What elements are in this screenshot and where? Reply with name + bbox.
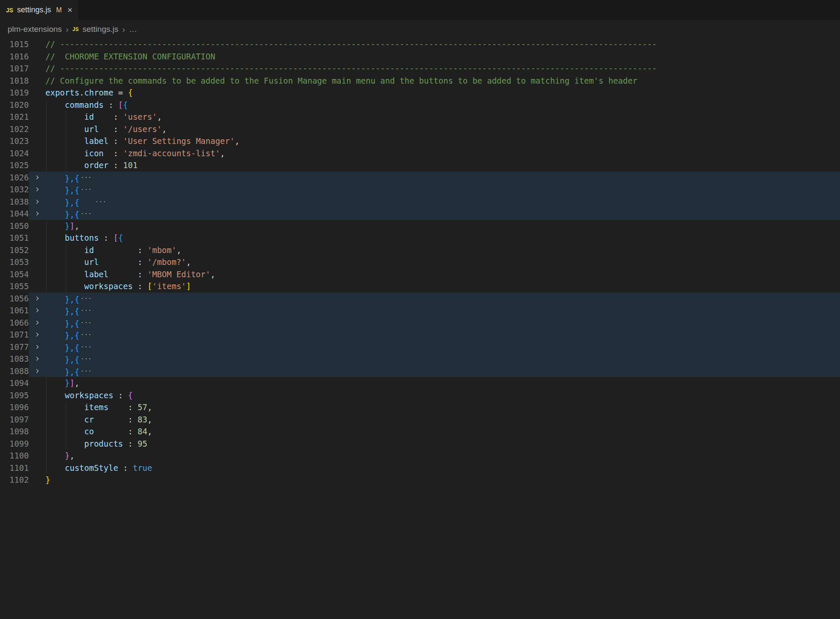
- line-number: 1016: [0, 51, 29, 63]
- code-line[interactable]: 1026 },{···: [0, 172, 840, 184]
- code-line[interactable]: 1056 },{···: [0, 293, 840, 305]
- fold-chevron-icon[interactable]: [29, 317, 45, 329]
- gutter-spacer: [29, 147, 45, 160]
- code-line[interactable]: 1024 icon : 'zmdi-accounts-list',: [0, 147, 840, 160]
- code-line[interactable]: 1015// ---------------------------------…: [0, 38, 840, 51]
- code-line[interactable]: 1038 },{ ···: [0, 196, 840, 208]
- code-line[interactable]: 1071 },{···: [0, 329, 840, 341]
- fold-chevron-icon[interactable]: [29, 196, 45, 208]
- code-text: id : 'mbom',: [45, 244, 840, 256]
- code-line[interactable]: 1083 },{···: [0, 353, 840, 365]
- gutter-spacer: [29, 462, 45, 474]
- code-line[interactable]: 1101 customStyle : true: [0, 462, 840, 474]
- code-line[interactable]: 1018// Configure the commands to be adde…: [0, 75, 840, 87]
- gutter-spacer: [29, 438, 45, 450]
- code-line[interactable]: 1088 },{···: [0, 365, 840, 377]
- gutter-spacer: [29, 474, 45, 486]
- code-text: // -------------------------------------…: [45, 38, 840, 51]
- code-text: },{···: [45, 329, 840, 341]
- gutter-spacer: [29, 377, 45, 389]
- line-number: 1055: [0, 280, 29, 293]
- line-number: 1077: [0, 341, 29, 353]
- close-icon[interactable]: ✕: [67, 6, 73, 14]
- js-file-icon: JS: [73, 26, 79, 32]
- code-line[interactable]: 1061 },{···: [0, 304, 840, 317]
- line-number: 1066: [0, 317, 29, 329]
- code-line[interactable]: 1044 },{···: [0, 208, 840, 220]
- code-line[interactable]: 1016// CHOROME EXTENSION CONFIGURATION: [0, 51, 840, 63]
- code-line[interactable]: 1077 },{···: [0, 341, 840, 353]
- code-text: label : 'MBOM Editor',: [45, 268, 840, 281]
- line-number: 1054: [0, 268, 29, 281]
- code-line[interactable]: 1020 commands : [{: [0, 99, 840, 111]
- line-number: 1023: [0, 135, 29, 147]
- code-line[interactable]: 1102}: [0, 474, 840, 486]
- line-number: 1061: [0, 304, 29, 317]
- indent-guide: [46, 99, 47, 474]
- tab-settings-js[interactable]: JS settings.js M ✕: [0, 0, 79, 20]
- code-line[interactable]: 1100 },: [0, 450, 840, 462]
- tab-bar: JS settings.js M ✕: [0, 0, 840, 20]
- code-line[interactable]: 1054 label : 'MBOM Editor',: [0, 268, 840, 281]
- code-line[interactable]: 1017// ---------------------------------…: [0, 62, 840, 75]
- gutter-spacer: [29, 62, 45, 75]
- code-line[interactable]: 1096 items : 57,: [0, 401, 840, 414]
- code-line[interactable]: 1053 url : '/mbom?',: [0, 256, 840, 268]
- code-text: },: [45, 450, 840, 462]
- gutter-spacer: [29, 51, 45, 63]
- line-number: 1022: [0, 123, 29, 135]
- code-line[interactable]: 1021 id : 'users',: [0, 111, 840, 123]
- code-line[interactable]: 1023 label : 'User Settings Manager',: [0, 135, 840, 147]
- code-line[interactable]: 1055 workspaces : ['items']: [0, 280, 840, 293]
- editor: 1015// ---------------------------------…: [0, 38, 840, 486]
- code-text: customStyle : true: [45, 462, 840, 474]
- code-line[interactable]: 1022 url : '/users',: [0, 123, 840, 135]
- code-line[interactable]: 1052 id : 'mbom',: [0, 244, 840, 256]
- code-line[interactable]: 1099 products : 95: [0, 438, 840, 450]
- line-number: 1071: [0, 329, 29, 341]
- fold-chevron-icon[interactable]: [29, 208, 45, 220]
- fold-chevron-icon[interactable]: [29, 183, 45, 196]
- fold-chevron-icon[interactable]: [29, 304, 45, 317]
- code-line[interactable]: 1019exports.chrome = {: [0, 87, 840, 99]
- code-line[interactable]: 1095 workspaces : {: [0, 389, 840, 402]
- code-text: },{···: [45, 353, 840, 365]
- code-line[interactable]: 1051 buttons : [{: [0, 232, 840, 244]
- code-line[interactable]: 1025 order : 101: [0, 159, 840, 172]
- code-text: },{···: [45, 317, 840, 329]
- code-line[interactable]: 1094 }],: [0, 377, 840, 389]
- code-text: items : 57,: [45, 401, 840, 414]
- fold-chevron-icon[interactable]: [29, 172, 45, 184]
- line-number: 1015: [0, 38, 29, 51]
- fold-chevron-icon[interactable]: [29, 293, 45, 305]
- gutter-spacer: [29, 425, 45, 438]
- code-text: },{···: [45, 208, 840, 220]
- gutter-spacer: [29, 389, 45, 402]
- code-line[interactable]: 1066 },{···: [0, 317, 840, 329]
- code-text: },{···: [45, 341, 840, 353]
- code-line[interactable]: 1098 co : 84,: [0, 425, 840, 438]
- fold-chevron-icon[interactable]: [29, 365, 45, 377]
- code-line[interactable]: 1032 },{···: [0, 183, 840, 196]
- line-number: 1052: [0, 244, 29, 256]
- code-line[interactable]: 1097 cr : 83,: [0, 414, 840, 426]
- breadcrumb-item-folder[interactable]: plm-extensions: [8, 25, 62, 34]
- line-number: 1032: [0, 183, 29, 196]
- code-line[interactable]: 1050 }],: [0, 220, 840, 232]
- code-text: },{ ···: [45, 196, 840, 208]
- line-number: 1038: [0, 196, 29, 208]
- line-number: 1018: [0, 75, 29, 87]
- indent-guide: [66, 401, 66, 450]
- fold-chevron-icon[interactable]: [29, 341, 45, 353]
- breadcrumb-item-file[interactable]: settings.js: [82, 25, 118, 34]
- line-number: 1051: [0, 232, 29, 244]
- fold-chevron-icon[interactable]: [29, 329, 45, 341]
- line-number: 1102: [0, 474, 29, 486]
- code-text: icon : 'zmdi-accounts-list',: [45, 147, 840, 160]
- fold-chevron-icon[interactable]: [29, 353, 45, 365]
- breadcrumb-ellipsis[interactable]: …: [129, 25, 137, 34]
- chevron-right-icon: ›: [66, 25, 69, 34]
- gutter-spacer: [29, 123, 45, 135]
- code-text: commands : [{: [45, 99, 840, 111]
- code-text: url : '/users',: [45, 123, 840, 135]
